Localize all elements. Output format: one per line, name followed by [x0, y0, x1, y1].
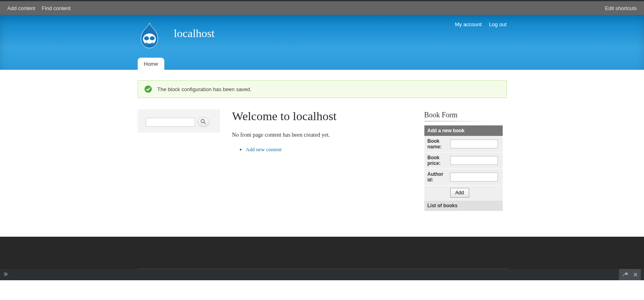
page-title: Welcome to localhost	[232, 109, 412, 123]
form-header: Add a new book	[424, 125, 503, 136]
add-new-content-link[interactable]: Add new content	[246, 146, 282, 152]
book-name-input[interactable]	[450, 140, 498, 148]
no-content-text: No front page content has been created y…	[232, 132, 412, 138]
main-content: Welcome to localhost No front page conte…	[220, 109, 424, 211]
bottom-toolbar	[0, 269, 644, 280]
book-price-label: Book price:	[424, 152, 447, 169]
author-id-input[interactable]	[450, 173, 498, 181]
admin-toolbar: Add content Find content Edit shortcuts	[0, 0, 644, 15]
add-button[interactable]: Add	[450, 188, 469, 198]
find-content-link[interactable]: Find content	[42, 5, 71, 11]
site-name[interactable]: localhost	[174, 27, 215, 40]
status-message: The block configuration has been saved.	[138, 80, 507, 98]
site-header: My account Log out localhost Home	[0, 15, 644, 70]
edit-shortcuts-link[interactable]: Edit shortcuts	[605, 5, 637, 11]
wrench-icon[interactable]	[622, 271, 628, 278]
site-footer	[0, 237, 644, 269]
success-check-icon	[145, 85, 152, 93]
status-text: The block configuration has been saved.	[157, 86, 252, 92]
svg-point-2	[150, 36, 155, 40]
user-menu: My account Log out	[455, 21, 507, 27]
my-account-link[interactable]: My account	[455, 21, 482, 27]
title-underline	[424, 121, 489, 121]
log-out-link[interactable]: Log out	[489, 21, 506, 27]
book-price-input[interactable]	[450, 156, 498, 165]
search-icon	[201, 119, 206, 125]
add-content-link[interactable]: Add content	[7, 5, 35, 11]
expand-icon[interactable]	[3, 272, 8, 278]
book-form-block: Book Form Add a new book Book name: Book…	[424, 109, 507, 211]
list-header: List of books	[424, 200, 503, 211]
svg-line-5	[204, 122, 206, 124]
drupal-logo-icon[interactable]	[138, 22, 161, 50]
book-name-label: Book name:	[424, 136, 447, 152]
svg-point-1	[144, 36, 149, 40]
author-id-label: Author id:	[424, 169, 447, 185]
search-input[interactable]	[146, 118, 195, 127]
svg-point-3	[145, 85, 152, 93]
svg-point-4	[201, 119, 204, 123]
close-icon[interactable]	[634, 272, 638, 278]
tab-home[interactable]: Home	[138, 58, 165, 70]
block-title: Book Form	[424, 109, 507, 121]
search-button[interactable]	[197, 117, 210, 127]
sidebar-search-block	[138, 109, 220, 133]
